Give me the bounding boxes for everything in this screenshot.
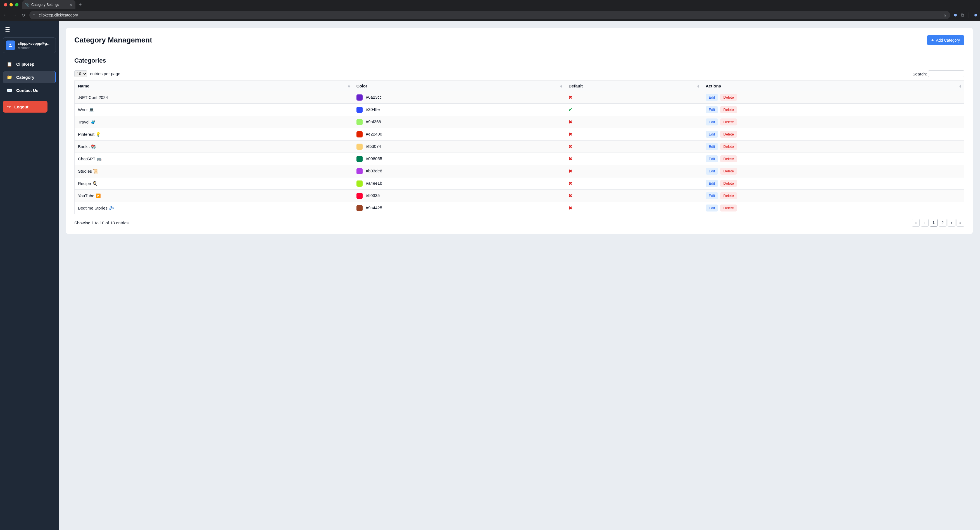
cell-actions: EditDelete bbox=[702, 202, 964, 214]
col-color[interactable]: Color▲▼ bbox=[353, 81, 565, 91]
hamburger-icon[interactable]: ☰ bbox=[3, 25, 56, 35]
edit-button[interactable]: Edit bbox=[706, 143, 718, 150]
minimize-window-icon[interactable] bbox=[10, 3, 13, 6]
delete-button[interactable]: Delete bbox=[720, 94, 737, 101]
cell-name: ChatGPT 🤖 bbox=[75, 153, 353, 165]
window-controls bbox=[2, 3, 20, 6]
sort-icon: ▲▼ bbox=[560, 84, 563, 88]
extension-pin-icon[interactable] bbox=[954, 14, 957, 16]
user-email: clipppkeeppp@gmai... bbox=[18, 41, 53, 46]
cell-color: #304ffe bbox=[353, 103, 565, 116]
table-row: Books 📚#fbd074✖EditDelete bbox=[75, 140, 964, 153]
page-link[interactable]: ‹ bbox=[921, 219, 929, 227]
forward-icon[interactable]: → bbox=[12, 13, 17, 18]
color-hex: #008055 bbox=[366, 156, 382, 161]
close-tab-icon[interactable]: ✕ bbox=[69, 3, 73, 7]
x-icon: ✖ bbox=[568, 132, 572, 137]
edit-button[interactable]: Edit bbox=[706, 192, 718, 199]
cell-default: ✖ bbox=[565, 165, 702, 177]
x-icon: ✖ bbox=[568, 169, 572, 173]
clipboard-icon: 📋 bbox=[7, 62, 12, 67]
delete-button[interactable]: Delete bbox=[720, 118, 737, 126]
delete-button[interactable]: Delete bbox=[720, 155, 737, 162]
edit-button[interactable]: Edit bbox=[706, 168, 718, 175]
color-swatch bbox=[356, 168, 363, 174]
delete-button[interactable]: Delete bbox=[720, 205, 737, 212]
cell-name: Work 💻 bbox=[75, 103, 353, 116]
user-card[interactable]: clipppkeeppp@gmai... Member bbox=[3, 37, 56, 53]
color-swatch bbox=[356, 119, 363, 125]
cell-name: YouTube ▶️ bbox=[75, 190, 353, 202]
cell-actions: EditDelete bbox=[702, 165, 964, 177]
profile-icon[interactable] bbox=[974, 14, 977, 16]
cell-name: Pinterest 💡 bbox=[75, 128, 353, 140]
close-window-icon[interactable] bbox=[4, 3, 7, 6]
add-category-button[interactable]: + Add Category bbox=[927, 35, 964, 45]
browser-tab[interactable]: 📎 Category Settings ✕ bbox=[22, 0, 75, 9]
fullscreen-window-icon[interactable] bbox=[15, 3, 18, 6]
col-name[interactable]: Name▲▼ bbox=[75, 81, 353, 91]
categories-table: Name▲▼ Color▲▼ Default▲▼ Actions▲▼ .NET … bbox=[74, 80, 964, 214]
page-link[interactable]: « bbox=[912, 219, 920, 227]
cell-color: #9bf368 bbox=[353, 116, 565, 128]
page-link[interactable]: 2 bbox=[939, 219, 947, 227]
search-input[interactable] bbox=[928, 70, 964, 77]
back-icon[interactable]: ← bbox=[3, 13, 7, 18]
edit-button[interactable]: Edit bbox=[706, 180, 718, 187]
reload-icon[interactable]: ⟳ bbox=[22, 13, 25, 18]
cell-name: Bedtime Stories 💤 bbox=[75, 202, 353, 214]
pagination: «‹12›» bbox=[912, 219, 964, 227]
cell-name: .NET Conf 2024 bbox=[75, 91, 353, 103]
edit-button[interactable]: Edit bbox=[706, 94, 718, 101]
delete-button[interactable]: Delete bbox=[720, 131, 737, 138]
cell-actions: EditDelete bbox=[702, 140, 964, 153]
edit-button[interactable]: Edit bbox=[706, 155, 718, 162]
cell-default: ✖ bbox=[565, 91, 702, 103]
delete-button[interactable]: Delete bbox=[720, 143, 737, 150]
sidebar: ☰ clipppkeeppp@gmai... Member 📋 ClipKeep… bbox=[0, 21, 59, 530]
delete-button[interactable]: Delete bbox=[720, 180, 737, 187]
logout-button[interactable]: ↪ Logout bbox=[3, 101, 48, 113]
bookmark-icon[interactable]: ☆ bbox=[943, 13, 947, 18]
color-hex: #e22400 bbox=[366, 131, 382, 136]
logout-label: Logout bbox=[14, 105, 29, 109]
delete-button[interactable]: Delete bbox=[720, 168, 737, 175]
page-link[interactable]: 1 bbox=[930, 219, 937, 227]
table-row: YouTube ▶️#ff0335✖EditDelete bbox=[75, 190, 964, 202]
color-hex: #ff0335 bbox=[366, 193, 380, 197]
delete-button[interactable]: Delete bbox=[720, 106, 737, 113]
page-link[interactable]: › bbox=[948, 219, 955, 227]
sidebar-item-category[interactable]: 📁 Category bbox=[3, 71, 56, 83]
edit-button[interactable]: Edit bbox=[706, 106, 718, 113]
sort-icon: ▲▼ bbox=[347, 84, 351, 88]
sidebar-item-label: Category bbox=[16, 75, 34, 80]
address-bar[interactable]: ᯤ clipkeep.click/category ☆ bbox=[29, 11, 950, 19]
sidebar-item-clipkeep[interactable]: 📋 ClipKeep bbox=[3, 58, 56, 70]
edit-button[interactable]: Edit bbox=[706, 118, 718, 126]
col-actions[interactable]: Actions▲▼ bbox=[702, 81, 964, 91]
table-row: ChatGPT 🤖#008055✖EditDelete bbox=[75, 153, 964, 165]
color-swatch bbox=[356, 94, 363, 100]
page-title: Category Management bbox=[74, 36, 152, 45]
page-link[interactable]: » bbox=[956, 219, 964, 227]
edit-button[interactable]: Edit bbox=[706, 205, 718, 212]
entries-select[interactable]: 10 bbox=[74, 70, 87, 77]
color-hex: #fbd074 bbox=[366, 143, 381, 148]
cell-color: #008055 bbox=[353, 153, 565, 165]
color-hex: #9a4425 bbox=[366, 205, 382, 210]
color-swatch bbox=[356, 143, 363, 150]
cell-default: ✖ bbox=[565, 202, 702, 214]
x-icon: ✖ bbox=[568, 156, 572, 161]
sidebar-item-contact[interactable]: ✉️ Contact Us bbox=[3, 84, 56, 96]
edit-button[interactable]: Edit bbox=[706, 131, 718, 138]
cell-default: ✖ bbox=[565, 177, 702, 190]
user-role: Member bbox=[18, 46, 53, 49]
new-tab-button[interactable]: + bbox=[78, 2, 83, 8]
col-default[interactable]: Default▲▼ bbox=[565, 81, 702, 91]
site-info-icon[interactable]: ᯤ bbox=[33, 13, 36, 17]
color-swatch bbox=[356, 107, 363, 113]
svg-point-0 bbox=[10, 44, 11, 45]
browser-chrome: 📎 Category Settings ✕ + ← → ⟳ ᯤ clipkeep… bbox=[0, 0, 980, 21]
extensions-icon[interactable]: ⧉ bbox=[961, 13, 964, 18]
delete-button[interactable]: Delete bbox=[720, 192, 737, 199]
